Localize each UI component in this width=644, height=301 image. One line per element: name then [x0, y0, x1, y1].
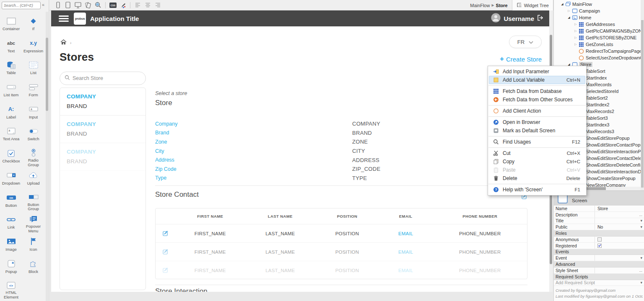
tab-mainflow-store[interactable]: MainFlow ▶ Store [466, 0, 512, 10]
property-value[interactable]: No [595, 224, 644, 230]
tree-expander-open-icon[interactable]: ◢ [560, 3, 565, 6]
field-label[interactable]: Zip Code [155, 166, 352, 172]
monitor-icon[interactable] [74, 1, 82, 9]
widget-image[interactable]: Image [0, 233, 22, 255]
menu-item-cut[interactable]: CutCtrl+X [489, 149, 585, 157]
breadcrumb-screen[interactable]: Store [496, 3, 508, 8]
tab-widget-tree[interactable]: Widget Tree [512, 0, 553, 10]
widget-popup[interactable]: Popup [0, 255, 22, 278]
tablet-icon[interactable] [64, 1, 72, 9]
checkbox-checked[interactable] [597, 244, 602, 248]
table-cell[interactable]: EMAIL [379, 268, 433, 273]
toolbox-scrollbar[interactable] [46, 12, 48, 301]
tree-item-getaddresses[interactable]: ▷GetAddresses [554, 21, 641, 28]
property-value[interactable] [595, 243, 644, 249]
property-value[interactable] [595, 218, 644, 224]
chevrons-left-icon[interactable]: « [42, 2, 44, 7]
align-right-icon[interactable] [153, 1, 162, 9]
widget-checkbox[interactable]: Checkbox [0, 145, 22, 167]
widget-expression[interactable]: x.yExpression [22, 35, 44, 57]
property-value[interactable] [595, 212, 644, 218]
store-list-item[interactable]: COMPANYBRAND [60, 116, 145, 143]
table-header-cell[interactable]: PHONE NUMBER [433, 214, 527, 219]
tree-item-mainflow[interactable]: ◢MainFlow [554, 1, 641, 8]
widget-popover-menu[interactable]: Popover Menu [22, 211, 44, 233]
table-cell[interactable]: EMAIL [379, 250, 433, 255]
phone-icon[interactable] [54, 1, 62, 9]
widget-if[interactable]: If [22, 13, 44, 35]
tree-expander-closed-icon[interactable]: ▷ [566, 9, 571, 13]
ellipsis-button[interactable]: ... [639, 268, 642, 273]
field-label[interactable]: Zone [155, 139, 352, 145]
widget-text[interactable]: abcText [0, 35, 22, 57]
widget-input[interactable]: aInput [22, 101, 44, 123]
table-row[interactable]: FIRST_NAMELAST_NAMEPOSITIONEMAILPHONE_NU… [156, 243, 527, 261]
widget-container[interactable]: Container [0, 13, 22, 35]
tree-vertical-scrollbar[interactable] [641, 0, 644, 190]
widget-upload[interactable]: Upload [22, 167, 44, 189]
table-header-cell[interactable]: EMAIL [379, 214, 433, 219]
avatar[interactable] [491, 13, 501, 24]
tree-expander-closed-icon[interactable]: ▷ [573, 43, 578, 46]
tree-item-getplcstoresbyzone[interactable]: ▷GetPlcSTORESByZONE [554, 34, 641, 41]
ellipsis-button[interactable]: ... [639, 213, 642, 217]
widget-link[interactable]: Link [0, 211, 22, 233]
store-list-item[interactable]: COMPANYBRAND [60, 143, 145, 171]
table-header-cell[interactable]: FIRST NAME [176, 214, 245, 219]
align-left-icon[interactable] [133, 1, 142, 9]
tree-item-selectuserzonedropdownonch[interactable]: SelectUserZoneDropdownOnCh [554, 54, 641, 61]
logout-icon[interactable] [537, 15, 544, 23]
field-label[interactable]: Company [155, 121, 352, 127]
field-label[interactable]: Address [155, 157, 352, 163]
widget-block[interactable]: Block [22, 255, 44, 278]
store-list-item[interactable]: COMPANYBRAND [60, 88, 145, 116]
tree-item-home[interactable]: ◢Home [554, 14, 641, 21]
store-search-input[interactable] [73, 75, 135, 81]
menu-item-fetch-data-from-other-sources[interactable]: Fetch Data from Other Sources [489, 95, 585, 104]
breadcrumb-flow[interactable]: MainFlow [470, 3, 490, 8]
widget-label[interactable]: A:Label [0, 101, 22, 123]
menu-item-add-client-action[interactable]: Add Client Action [489, 107, 585, 115]
menu-item-fetch-data-from-database[interactable]: Fetch Data from Database [489, 87, 585, 95]
widget-switch[interactable]: Switch [22, 123, 44, 145]
checkbox-unchecked[interactable] [597, 237, 602, 242]
field-label[interactable]: Brand [155, 130, 352, 136]
chevron-down-icon[interactable]: ▾ [640, 219, 642, 223]
table-header-cell[interactable]: LAST NAME [245, 214, 316, 219]
css-icon[interactable]: CSS [109, 1, 117, 9]
tree-item-getplccampaignsbyzone[interactable]: ▷GetPlcCAMPAIGNSByZONE [554, 28, 641, 34]
widget-button[interactable]: OKButton [0, 189, 22, 211]
property-value[interactable] [595, 268, 644, 273]
tree-item-campaign[interactable]: ▷Campaign [554, 8, 641, 14]
widget-html-element[interactable]: <>HTML Element [0, 277, 22, 299]
widget-radio-group[interactable]: Radio Group [22, 145, 44, 167]
username-label[interactable]: Username [504, 15, 534, 22]
table-cell[interactable]: EMAIL [379, 231, 433, 236]
property-value[interactable] [595, 237, 644, 242]
tree-expander-closed-icon[interactable]: ▷ [573, 23, 578, 26]
chevron-down-icon[interactable]: ▾ [640, 225, 642, 229]
edit-icon[interactable] [163, 249, 169, 255]
tree-expander-closed-icon[interactable]: ▷ [573, 36, 578, 39]
field-label[interactable]: Type [155, 175, 352, 181]
toolbox-search-input[interactable] [2, 2, 41, 9]
property-add-required-script[interactable]: Add Required Script▾ [554, 280, 644, 286]
menu-item-add-local-variable[interactable]: Add Local VariableCtrl+N [489, 76, 585, 84]
rotate-device-icon[interactable] [84, 1, 92, 9]
menu-item-open-in-browser[interactable]: Open in Browser [489, 118, 585, 126]
widget-form[interactable]: Form [22, 79, 44, 101]
widget-table[interactable]: Table [0, 57, 22, 79]
create-store-button[interactable]: + Create Store [500, 55, 542, 63]
tree-item-getzonelists[interactable]: ▷GetZoneLists [554, 41, 641, 48]
widget-icon[interactable]: Icon [22, 233, 44, 255]
align-center-icon[interactable] [143, 1, 152, 9]
menu-item-add-input-parameter[interactable]: Add Input Parameter [489, 67, 585, 76]
widget-list[interactable]: List [22, 57, 44, 79]
table-row[interactable]: FIRST_NAMELAST_NAMEPOSITIONEMAILPHONE_NU… [156, 261, 527, 279]
widget-text-area[interactable]: aText Area [0, 123, 22, 145]
menu-item-help-with-screen[interactable]: ?Help with 'Screen'F1 [489, 185, 585, 194]
table-header-cell[interactable]: POSITION [316, 214, 379, 219]
tree-item-redirecttocampaignspage[interactable]: RedirectToCampaignsPage [554, 48, 641, 54]
edit-icon[interactable] [163, 267, 169, 273]
property-value[interactable]: Store [595, 206, 644, 211]
